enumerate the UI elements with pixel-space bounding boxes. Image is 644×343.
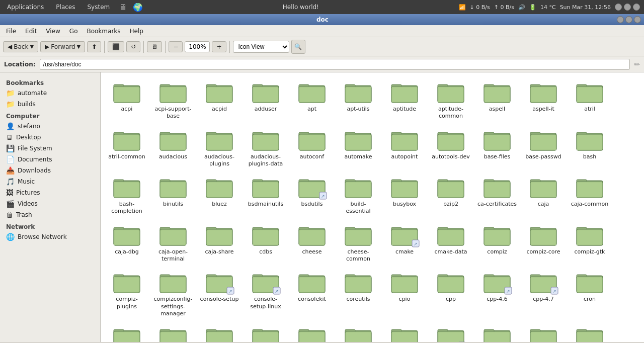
back-dropdown-icon[interactable]: ▼ xyxy=(30,44,34,49)
file-item[interactable]: dash xyxy=(105,321,149,342)
file-item[interactable]: ↗cmake xyxy=(382,219,427,265)
file-item[interactable]: cmake-data xyxy=(429,219,473,265)
file-item[interactable]: bash-completion xyxy=(105,172,149,217)
system-menu[interactable]: System xyxy=(84,3,113,12)
file-item[interactable]: consolekit xyxy=(290,267,334,319)
file-item[interactable]: base-passwd xyxy=(521,124,566,170)
file-item[interactable]: acpi-support-base xyxy=(151,76,195,122)
file-item[interactable]: autopoint xyxy=(382,124,427,170)
file-item[interactable]: coreutils xyxy=(336,267,380,319)
zoom-in-button[interactable]: + xyxy=(212,41,226,52)
sidebar-item-browse-network[interactable]: 🌐 Browse Network xyxy=(0,231,100,242)
sidebar-item-filesystem[interactable]: 💾 File System xyxy=(0,143,100,154)
location-input[interactable] xyxy=(40,59,630,70)
file-item[interactable]: debconf xyxy=(382,321,427,342)
view-selector[interactable]: Icon View List View Compact View xyxy=(233,41,289,53)
file-item[interactable]: bzip2 xyxy=(429,172,473,217)
file-item[interactable]: caja-dbg xyxy=(105,219,149,265)
file-item[interactable]: dbus-x11 xyxy=(197,321,242,342)
file-item[interactable]: cpp xyxy=(429,267,473,319)
file-item[interactable]: aptitude xyxy=(382,76,427,122)
forward-dropdown-icon[interactable]: ▼ xyxy=(77,44,81,49)
file-item[interactable]: ↗cpp-4.7 xyxy=(521,267,566,319)
file-item[interactable]: atril-common xyxy=(105,124,149,170)
file-item[interactable]: build-essential xyxy=(336,172,380,217)
menu-bookmarks[interactable]: Bookmarks xyxy=(83,27,124,36)
file-item[interactable]: ↗debconf- xyxy=(429,321,473,342)
file-item[interactable]: cdbs xyxy=(244,219,288,265)
sidebar-item-stefano[interactable]: 👤 stefano xyxy=(0,121,100,132)
file-item[interactable]: ca-certificates xyxy=(475,172,519,217)
file-item[interactable]: compiz-gtk xyxy=(568,219,612,265)
applications-menu[interactable]: Applications xyxy=(4,3,47,12)
reload-button[interactable]: ↺ xyxy=(126,41,140,52)
window-close-btn[interactable] xyxy=(634,16,641,23)
file-item[interactable]: caja-share xyxy=(197,219,242,265)
up-button[interactable]: ⬆ xyxy=(87,41,101,52)
forward-button[interactable]: ▶ Forward ▼ xyxy=(40,41,85,52)
file-item[interactable]: compiz-core xyxy=(521,219,566,265)
menu-view[interactable]: View xyxy=(42,27,64,36)
menu-edit[interactable]: Edit xyxy=(21,27,41,36)
file-item[interactable]: dconf- xyxy=(244,321,288,342)
file-item[interactable]: cron xyxy=(568,267,612,319)
file-item[interactable]: audacious-plugins-data xyxy=(244,124,288,170)
file-item[interactable]: ↗console-setup-linux xyxy=(244,267,288,319)
file-item[interactable]: dconf-tools xyxy=(336,321,380,342)
file-item[interactable]: bsdmainutils xyxy=(244,172,288,217)
sidebar-item-automate[interactable]: 📁 automate xyxy=(0,88,100,99)
sidebar-item-trash[interactable]: 🗑 Trash xyxy=(0,209,100,220)
file-item[interactable]: ↗cpp-4.6 xyxy=(475,267,519,319)
file-item[interactable]: cheese-common xyxy=(336,219,380,265)
browser-icon[interactable]: 🌍 xyxy=(133,3,143,12)
file-item[interactable]: bluez xyxy=(197,172,242,217)
file-item[interactable]: bash xyxy=(568,124,612,170)
file-item[interactable]: base-files xyxy=(475,124,519,170)
file-item[interactable]: caja-open-terminal xyxy=(151,219,195,265)
file-item[interactable]: cpio xyxy=(382,267,427,319)
wm-maximize[interactable] xyxy=(624,4,631,11)
file-item[interactable]: cheese xyxy=(290,219,334,265)
menu-go[interactable]: Go xyxy=(65,27,82,36)
volume-icon[interactable]: 🔊 xyxy=(518,4,525,11)
file-item[interactable]: compiz xyxy=(475,219,519,265)
edit-location-icon[interactable]: ✏ xyxy=(634,60,640,68)
file-area[interactable]: acpi acpi-support-base acpid adduser apt… xyxy=(101,72,644,342)
file-item[interactable]: autoconf xyxy=(290,124,334,170)
file-item[interactable]: dbus xyxy=(151,321,195,342)
file-item[interactable]: compiz-plugins xyxy=(105,267,149,319)
file-item[interactable]: dconf- xyxy=(290,321,334,342)
file-item[interactable]: automake xyxy=(336,124,380,170)
file-item[interactable]: busybox xyxy=(382,172,427,217)
sidebar-item-desktop[interactable]: 🖥 Desktop xyxy=(0,132,100,143)
menu-help[interactable]: Help xyxy=(126,27,147,36)
home-button[interactable]: 🖥 xyxy=(147,41,162,52)
back-button[interactable]: ◀ Back ▼ xyxy=(3,41,38,52)
file-item[interactable]: debian- xyxy=(568,321,612,342)
file-item[interactable]: autotools-dev xyxy=(429,124,473,170)
file-item[interactable]: aspell xyxy=(475,76,519,122)
places-menu[interactable]: Places xyxy=(53,3,78,12)
file-item[interactable]: debian- xyxy=(521,321,566,342)
file-item[interactable]: debhelper xyxy=(475,321,519,342)
file-item[interactable]: apt xyxy=(290,76,334,122)
zoom-out-button[interactable]: − xyxy=(169,41,183,52)
sidebar-item-documents[interactable]: 📄 Documents xyxy=(0,154,100,165)
sidebar-item-pictures[interactable]: 🖼 Pictures xyxy=(0,187,100,198)
file-item[interactable]: apt-utils xyxy=(336,76,380,122)
file-item[interactable]: atril xyxy=(568,76,612,122)
search-button[interactable]: 🔍 xyxy=(291,40,305,54)
terminal-icon[interactable]: 🖥 xyxy=(119,3,127,12)
file-item[interactable]: caja xyxy=(521,172,566,217)
window-maximize-btn[interactable] xyxy=(625,16,632,23)
file-item[interactable]: binutils xyxy=(151,172,195,217)
window-minimize-btn[interactable] xyxy=(617,16,624,23)
file-item[interactable]: caja-common xyxy=(568,172,612,217)
file-item[interactable]: ↗bsdutils xyxy=(290,172,334,217)
file-item[interactable]: acpid xyxy=(197,76,242,122)
stop-button[interactable]: ⬛ xyxy=(108,41,124,52)
file-item[interactable]: ↗console-setup xyxy=(197,267,242,319)
sidebar-item-builds[interactable]: 📁 builds xyxy=(0,99,100,110)
file-item[interactable]: audacious xyxy=(151,124,195,170)
sidebar-item-downloads[interactable]: 📥 Downloads xyxy=(0,165,100,176)
